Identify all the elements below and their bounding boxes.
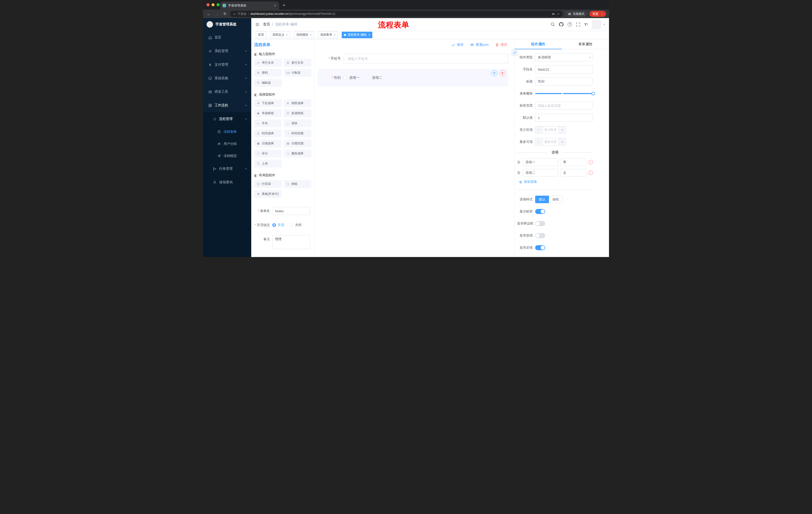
canvas-field-gender-selected[interactable]: 性别 选项一 选项二 xyxy=(318,69,508,86)
link-icon[interactable] xyxy=(512,50,517,55)
chrome-update-button[interactable]: 更新 ⋮ xyxy=(589,11,606,17)
add-option-button[interactable]: ⊕ 添加选项 xyxy=(519,180,593,184)
max-select-value[interactable]: 最多可选 xyxy=(543,138,558,145)
slider-handle[interactable] xyxy=(591,92,595,95)
sidebar-item-system[interactable]: 系统管理 xyxy=(203,44,251,58)
copy-component-button[interactable] xyxy=(492,71,497,76)
palette-item-chec​kbox-group[interactable]: ☑多选框组 xyxy=(284,109,311,117)
title-input[interactable] xyxy=(535,77,593,85)
palette-item-time-picker[interactable]: ◷时间选择 xyxy=(254,130,282,137)
tab-close-icon[interactable]: × xyxy=(273,3,277,7)
reload-button[interactable]: ↻ xyxy=(222,11,228,17)
style-button-button[interactable]: 按钮 xyxy=(549,196,562,203)
min-select-value[interactable]: 至少应选 xyxy=(543,126,558,133)
fullscreen-icon[interactable] xyxy=(576,22,580,27)
tag-process-form-edit[interactable]: 流程表单-编辑× xyxy=(342,32,372,38)
border-toggle[interactable] xyxy=(535,221,545,226)
user-avatar[interactable] xyxy=(592,20,601,29)
palette-item-slider[interactable]: ↔滑块 xyxy=(284,119,311,127)
palette-item-editor[interactable]: ✎编辑器 xyxy=(254,79,282,87)
browser-tab[interactable]: 芋道管理系统 × xyxy=(220,1,279,9)
bookmark-star-icon[interactable]: ☆ xyxy=(557,12,560,16)
sidebar-item-process-form[interactable]: 流程表单 xyxy=(203,126,251,138)
palette-item-time-range[interactable]: ◔时间范围 xyxy=(284,130,311,137)
form-remark-textarea[interactable]: 嘿嘿 xyxy=(272,235,310,249)
tag-process-model[interactable]: 流程模型× xyxy=(294,32,314,38)
tag-process-form[interactable]: 流程表单× xyxy=(318,32,338,38)
sidebar-item-payment[interactable]: ¥ 支付管理 xyxy=(203,58,251,72)
sidebar-item-process-model[interactable]: 流程模型 xyxy=(203,150,251,162)
option-label-input[interactable] xyxy=(523,158,558,166)
sidebar-item-workflow[interactable]: 工作流程 xyxy=(203,99,251,112)
sidebar-item-infrastructure[interactable]: 基础设施 xyxy=(203,72,251,85)
tab-component-props[interactable]: 组件属性 xyxy=(515,39,562,49)
palette-item-rate[interactable]: ☆评分 xyxy=(254,150,282,157)
increase-button[interactable]: + xyxy=(558,138,566,145)
palette-item-color-picker[interactable]: ◑颜色选择 xyxy=(284,150,311,157)
github-icon[interactable] xyxy=(559,22,563,27)
new-tab-button[interactable]: + xyxy=(283,3,285,8)
sidebar-item-process-management[interactable]: 流程管理 xyxy=(203,112,251,126)
form-name-input[interactable] xyxy=(272,207,310,215)
field-name-input[interactable] xyxy=(535,65,593,74)
option-value-input[interactable] xyxy=(560,169,586,177)
label-width-input[interactable] xyxy=(535,102,593,110)
decrease-button[interactable]: − xyxy=(535,138,543,145)
tab-form-props[interactable]: 表单属性 xyxy=(562,39,609,49)
remove-option-button[interactable]: − xyxy=(588,170,593,175)
sidebar-item-task-management[interactable]: 任务管理 xyxy=(203,162,251,175)
palette-item-table[interactable]: ⊞表格[开发中] xyxy=(254,190,282,198)
hamburger-icon[interactable] xyxy=(255,22,260,27)
back-button[interactable]: ← xyxy=(206,11,211,17)
sidebar-item-devtools[interactable]: 研发工具 xyxy=(203,85,251,99)
palette-item-date-picker[interactable]: ▦日期选择 xyxy=(254,140,282,147)
window-zoom-button[interactable] xyxy=(216,3,220,6)
password-key-icon[interactable] xyxy=(551,12,555,16)
gender-option-2[interactable]: 选项二 xyxy=(367,76,382,80)
palette-item-counter[interactable]: 123计数器 xyxy=(284,69,311,77)
browser-menu-icon[interactable]: ⋮ xyxy=(601,12,604,16)
option-label-input[interactable] xyxy=(523,169,558,177)
default-value-input[interactable] xyxy=(535,114,593,122)
tag-close-icon[interactable]: × xyxy=(310,33,312,37)
grid-slider[interactable] xyxy=(535,89,593,98)
palette-item-switch[interactable]: ◐开关 xyxy=(254,119,282,127)
palette-item-single-text[interactable]: ▭单行文本 xyxy=(254,59,282,66)
palette-item-select[interactable]: ⊖下拉选择 xyxy=(254,99,282,107)
option-value-input[interactable] xyxy=(560,158,586,166)
style-default-button[interactable]: 默认 xyxy=(535,196,549,203)
palette-item-password[interactable]: ⊟密码 xyxy=(254,69,282,77)
palette-item-row-container[interactable]: ◫行容器 xyxy=(254,180,282,188)
component-type-select[interactable]: 多选框组▾ xyxy=(535,53,593,61)
palette-item-upload[interactable]: ↥上传 xyxy=(254,160,282,167)
palette-item-textarea[interactable]: ≣多行文本 xyxy=(284,59,311,66)
tag-process-definition[interactable]: 流程定义× xyxy=(270,32,290,38)
show-label-toggle[interactable] xyxy=(535,209,545,214)
breadcrumb-home[interactable]: 首页 xyxy=(263,22,270,27)
decrease-button[interactable]: − xyxy=(535,126,543,133)
sidebar-item-leave-query[interactable]: 请假查询 xyxy=(203,175,251,189)
address-bar[interactable]: ⚠ 不安全 dashboard.yudao.iocoder.cn/bpm/man… xyxy=(230,11,563,17)
window-close-button[interactable] xyxy=(206,3,209,6)
search-icon[interactable] xyxy=(550,22,555,27)
palette-item-date-range[interactable]: ▤日期范围 xyxy=(284,140,311,147)
remove-option-button[interactable]: − xyxy=(588,160,593,164)
palette-item-button[interactable]: ▢按钮 xyxy=(284,180,311,188)
tag-home[interactable]: 首页 xyxy=(256,32,266,38)
status-radio-off[interactable]: 关闭 xyxy=(290,223,301,227)
avatar-caret-icon[interactable]: ▾ xyxy=(604,23,605,26)
drag-handle-icon[interactable] xyxy=(517,160,521,164)
disabled-toggle[interactable] xyxy=(535,233,545,238)
palette-item-cascader[interactable]: ⋔级联选择 xyxy=(284,99,311,107)
gender-option-1[interactable]: 选项一 xyxy=(344,76,359,80)
increase-button[interactable]: + xyxy=(558,126,566,133)
clear-button[interactable]: 清空 xyxy=(495,43,507,47)
font-size-icon[interactable]: TT xyxy=(584,23,588,26)
view-json-button[interactable]: 查看json xyxy=(470,43,489,47)
forward-button[interactable]: → xyxy=(214,11,220,17)
save-button[interactable]: 保存 xyxy=(452,43,464,47)
drag-handle-icon[interactable] xyxy=(517,171,521,174)
help-icon[interactable]: ? xyxy=(568,22,572,27)
delete-component-button[interactable] xyxy=(500,71,505,76)
window-minimize-button[interactable] xyxy=(211,3,214,6)
